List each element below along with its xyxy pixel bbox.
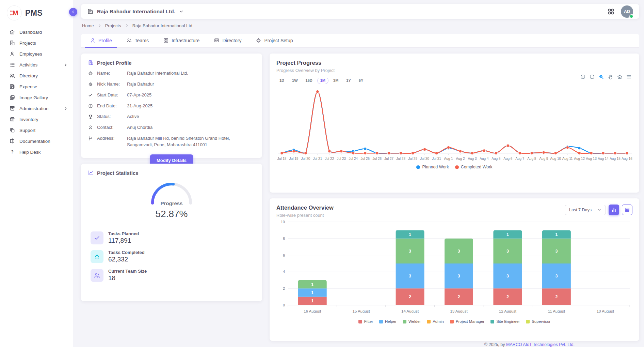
sidebar-item-employees[interactable]: Employees — [0, 48, 73, 59]
tab-profile[interactable]: Profile — [85, 34, 117, 48]
range-selector: 1D1W15D1M3M1Y5Y — [276, 77, 632, 84]
sidebar-item-documentation[interactable]: Documentation — [0, 136, 73, 147]
date-range-select[interactable]: Last 7 Days — [565, 205, 606, 215]
tab-teams[interactable]: Teams — [122, 34, 154, 48]
range-button-15d[interactable]: 15D — [303, 77, 316, 84]
trophy-icon — [88, 114, 93, 119]
left-column: Project Profile Name:Raja Bahadur Intern… — [81, 54, 262, 301]
legend-project-manager[interactable]: Project Manager — [450, 319, 484, 323]
sidebar-item-inventory[interactable]: Inventory — [0, 114, 73, 125]
progress-line-chart[interactable]: Jul 18Jul 19Jul 20Jul 21Jul 22Jul 23Jul … — [276, 86, 632, 165]
tab-label: Infrastructure — [172, 38, 199, 43]
sidebar-item-projects[interactable]: Projects — [0, 37, 73, 48]
date-range-value: Last 7 Days — [569, 208, 592, 212]
range-button-3m[interactable]: 3M — [330, 77, 341, 84]
project-switcher[interactable]: Raja Bahadur International Ltd. — [87, 8, 184, 15]
sidebar-item-support[interactable]: Support — [0, 125, 73, 136]
svg-text:Aug 3: Aug 3 — [468, 157, 477, 161]
attendance-bar-chart[interactable]: 024681011116 August15 August233114 Augus… — [276, 219, 632, 319]
svg-text:Aug 10: Aug 10 — [550, 157, 561, 161]
sidebar-item-activities[interactable]: Activities — [0, 59, 73, 70]
range-button-5y[interactable]: 5Y — [356, 77, 366, 84]
tab-project-setup[interactable]: Project Setup — [251, 34, 297, 48]
legend-fitter[interactable]: Fitter — [358, 319, 373, 323]
user-icon — [9, 51, 15, 57]
range-button-1m[interactable]: 1M — [317, 77, 328, 84]
breadcrumb-item-home[interactable]: Home — [82, 23, 94, 28]
building-icon — [88, 60, 94, 66]
tab-directory[interactable]: Directory — [209, 34, 246, 48]
legend-supervisor[interactable]: Supervisor — [526, 319, 550, 323]
sidebar-item-expense[interactable]: Expense — [0, 81, 73, 92]
svg-text:1: 1 — [506, 232, 509, 237]
progress-gauge: Progress — [148, 181, 195, 205]
legend-planned-work[interactable]: Planned Work — [416, 165, 449, 169]
pan-icon[interactable] — [608, 74, 613, 80]
svg-text:16 August: 16 August — [304, 309, 321, 313]
menu-icon[interactable] — [626, 74, 632, 80]
main-area: Raja Bahadur International Ltd. AD HomeP… — [73, 0, 644, 347]
svg-text:2: 2 — [283, 286, 285, 290]
field-value: Raja Bahadur International Ltd. — [127, 70, 188, 77]
gear-icon — [88, 71, 93, 76]
legend-completed-work[interactable]: Completed Work — [455, 165, 493, 169]
breadcrumb-item-projects[interactable]: Projects — [105, 23, 121, 28]
svg-text:Aug 12: Aug 12 — [574, 157, 585, 161]
range-button-1d[interactable]: 1D — [276, 77, 287, 84]
sidebar-item-dashboard[interactable]: Dashboard — [0, 27, 73, 37]
legend-site-engineer[interactable]: Site Engineer — [490, 319, 520, 323]
breadcrumb: HomeProjectsRaja Bahadur International L… — [73, 19, 644, 32]
chart-view-button[interactable] — [609, 205, 619, 215]
legend-welder[interactable]: Welder — [403, 319, 421, 323]
gear-icon — [256, 37, 261, 43]
tab-label: Directory — [222, 38, 241, 43]
footer-company-link[interactable]: MARCO AIoT Technologies Pvt. Ltd. — [506, 342, 575, 347]
svg-text:13 August: 13 August — [450, 309, 468, 313]
zoom-out-icon[interactable] — [589, 74, 595, 80]
apps-grid-icon — [607, 8, 615, 15]
svg-text:Aug 11: Aug 11 — [562, 157, 573, 161]
stat-text: Tasks Planned117,891 — [108, 231, 139, 244]
id-card-icon — [214, 37, 220, 43]
sidebar-item-label: Employees — [19, 51, 42, 57]
field-value: Raja Bahadur Mill Rd, behind Sheraton Gr… — [127, 135, 244, 148]
legend-label: Admin — [433, 319, 444, 323]
chevron-left-icon — [71, 10, 75, 14]
legend-label: Site Engineer — [496, 319, 520, 323]
logo[interactable]: M PMS — [0, 0, 73, 26]
svg-text:2: 2 — [458, 295, 460, 299]
stat-value: 18 — [108, 274, 147, 282]
zoom-in-icon[interactable] — [580, 74, 586, 80]
svg-text:3: 3 — [409, 249, 411, 254]
svg-text:Aug 13: Aug 13 — [586, 157, 597, 161]
profile-field-start-date-: Start Date:07-Apr-2025 — [88, 92, 255, 99]
selection-zoom-icon[interactable] — [598, 74, 604, 80]
field-value: Raja Bahadur — [127, 81, 154, 88]
tab-infrastructure[interactable]: Infrastructure — [158, 34, 204, 48]
attendance-card-subtitle: Role-wise present count — [276, 213, 334, 218]
sidebar-collapse-button[interactable] — [69, 8, 77, 16]
footer-text: © 2025, by — [484, 342, 506, 347]
sidebar-item-help-desk[interactable]: ?Help Desk — [0, 147, 73, 157]
user-avatar[interactable]: AD — [621, 5, 633, 18]
range-button-1y[interactable]: 1Y — [343, 77, 354, 84]
legend-helper[interactable]: Helper — [379, 319, 397, 323]
home-icon[interactable] — [617, 74, 623, 80]
profile-fields: Name:Raja Bahadur International Ltd.Nick… — [88, 70, 255, 148]
range-button-1w[interactable]: 1W — [289, 77, 301, 84]
table-view-button[interactable] — [622, 205, 632, 215]
legend-admin[interactable]: Admin — [427, 319, 444, 323]
field-label: End Date: — [97, 103, 127, 108]
svg-text:Aug 4: Aug 4 — [480, 157, 489, 161]
svg-text:Jul 23: Jul 23 — [337, 157, 346, 161]
legend-label: Completed Work — [461, 165, 493, 169]
svg-text:Jul 31: Jul 31 — [432, 157, 441, 161]
sidebar-item-image-gallary[interactable]: Image Gallary — [0, 92, 73, 103]
apps-grid-button[interactable] — [607, 8, 615, 15]
svg-text:Jul 29: Jul 29 — [408, 157, 417, 161]
building-icon — [9, 40, 15, 46]
stat-icon-box — [91, 250, 103, 263]
sidebar-item-directory[interactable]: Directory — [0, 70, 73, 81]
field-value: 31-Aug-2025 — [127, 103, 152, 109]
sidebar-item-administration[interactable]: Administration — [0, 103, 73, 114]
